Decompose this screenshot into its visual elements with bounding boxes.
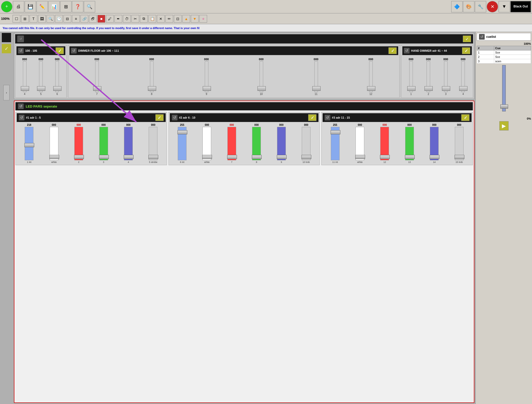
cuelist-go-button[interactable]: ▶ [499,121,509,130]
fader-handle-12[interactable] [367,86,375,91]
group1-faders: 000 4 000 5 [16,57,65,96]
cfader-handle-3-white[interactable] [355,155,365,159]
fader-track-11 [314,61,318,92]
blackout-label: Black Out [513,5,528,8]
fader-handle-6[interactable] [53,86,61,91]
save-button[interactable]: 💾 [25,1,36,12]
top-reset-icon[interactable]: ↺ [17,36,24,42]
grid-view-btn[interactable]: ⊞ [21,15,29,23]
text-btn[interactable]: T [30,15,37,23]
reset-icon-1[interactable]: ↺ [18,48,24,54]
led-par-reset-2[interactable]: ↺ [172,115,178,120]
time-btn[interactable]: ⏱ [123,15,131,23]
fader-handle-5[interactable] [37,86,45,91]
fader-label-6: 6 [57,93,58,95]
puzzle-button[interactable]: 🔷 [451,1,463,12]
paste-btn[interactable]: 📋 [148,15,156,23]
image-btn[interactable]: 🖼 [38,15,46,23]
star-btn[interactable]: ★ [199,15,207,23]
reset-icon-3[interactable]: ↺ [404,48,410,54]
checkmark-dimmer-floor[interactable]: ✓ [388,47,397,54]
cuelist-row-3[interactable]: 3 scen [477,59,531,64]
new-button[interactable]: + [1,1,12,12]
layout-btn[interactable]: ⊟ [64,15,71,23]
window-btn[interactable]: 🗗 [89,15,97,23]
zoom-btn[interactable]: 🔍 [47,15,54,23]
fader-handle-hd2[interactable] [424,86,433,91]
marker-btn[interactable]: 🖊 [106,15,114,23]
script-button[interactable]: ✏️ [37,1,48,12]
cfader-handle-3-trob[interactable] [455,155,464,159]
cfader-handle-1-strobe[interactable] [148,155,158,159]
led-par-reset-3[interactable]: ↺ [325,115,330,120]
left-panel: ✓ › [0,32,13,404]
cfader-handle-2-trob[interactable] [302,155,311,159]
chain-btn[interactable]: 🔗 [81,15,88,23]
led-par-checkmark-1[interactable]: ✓ [155,114,164,121]
help-button[interactable]: ❓ [72,1,83,12]
cuelist-reset-icon[interactable]: ↺ [479,34,485,40]
cfader-handle-1-int[interactable] [24,143,34,147]
dropdown-button[interactable]: ▼ [499,1,510,12]
led-par-1-faders: 218 1 int 000 white [17,123,166,164]
close-button[interactable]: ✕ [487,1,498,12]
fader-handle-7[interactable] [93,86,101,91]
open-button[interactable]: 🖨 [13,1,24,12]
pencil2-btn[interactable]: ✏ [165,15,173,23]
fader-handle-hd3[interactable] [442,86,450,91]
cfader-handle-1-green[interactable] [99,155,109,159]
checkmark-100-105[interactable]: ✓ [56,47,64,54]
clock-btn[interactable]: 🕐 [55,15,63,23]
fader-handle-11[interactable] [312,86,321,91]
cfader-handle-1-blue[interactable] [124,155,134,159]
cfader-handle-3-int[interactable] [331,130,340,134]
down-btn[interactable]: ▼ [191,15,199,23]
up-btn[interactable]: ▲ [182,15,190,23]
cfader-track-2-green [252,127,261,160]
tools-button[interactable]: 🔧 [475,1,486,12]
cfader-handle-2-white[interactable] [202,155,212,159]
cfader-handle-1-red[interactable] [74,155,84,159]
copy-btn[interactable]: ⧉ [140,15,148,23]
grid-button[interactable]: ⊞ [60,1,72,12]
fader-handle-hd4[interactable] [459,86,467,91]
cfader-handle-2-red[interactable] [227,155,237,159]
view-btn[interactable]: ☐ [13,15,20,23]
cfader-handle-2-green[interactable] [252,155,262,159]
cuelist-slider-handle[interactable] [500,104,508,109]
search-button[interactable]: 🔍 [84,1,95,12]
cuelist-row-2[interactable]: 2 Sce [477,55,531,59]
checkmark-hand-dimmer[interactable]: ✓ [462,47,470,54]
eraser-btn[interactable]: ⊡ [174,15,182,23]
fader-handle-hd1[interactable] [407,86,415,91]
fader-label-11: 11 [315,93,317,95]
cfader-handle-1-white[interactable] [49,155,59,159]
top-header-checkmark[interactable]: ✓ [463,36,471,42]
blackout-button[interactable]: Black Out [510,1,531,12]
led-pars-reset-icon[interactable]: ↺ [18,103,24,109]
pen-btn[interactable]: ✒ [114,15,122,23]
led-par-reset-1[interactable]: ↺ [19,115,24,120]
monitor-button[interactable]: 📊 [48,1,60,12]
red-box-btn[interactable]: ■ [97,15,105,23]
led-par-checkmark-3[interactable]: ✓ [461,114,469,121]
fader-handle-9[interactable] [203,86,211,91]
scissors-btn[interactable]: ✂ [131,15,139,23]
cfader-handle-3-blue[interactable] [430,155,439,159]
fader-handle-10[interactable] [258,86,266,91]
paint-button[interactable]: 🎨 [463,1,474,12]
left-side-arrow[interactable]: › [3,85,10,100]
fader-handle-8[interactable] [148,86,156,91]
fader-handle-4[interactable] [21,86,29,91]
led-par-checkmark-2[interactable]: ✓ [308,114,316,121]
delete-btn[interactable]: ✕ [157,15,165,23]
cfader-handle-3-red[interactable] [380,155,390,159]
list-btn[interactable]: ≡ [72,15,80,23]
cfader-handle-2-int[interactable] [178,130,187,134]
cuelist-row-1[interactable]: 1 Sce [477,50,531,55]
subgroup-hand-dimmer-title: HAND DIMMER adr 41 – 44 [411,49,447,52]
left-checkmark[interactable]: ✓ [2,44,11,53]
reset-icon-2[interactable]: ↺ [71,48,77,54]
cfader-handle-3-green[interactable] [405,155,415,159]
cfader-handle-2-blue[interactable] [277,155,287,159]
